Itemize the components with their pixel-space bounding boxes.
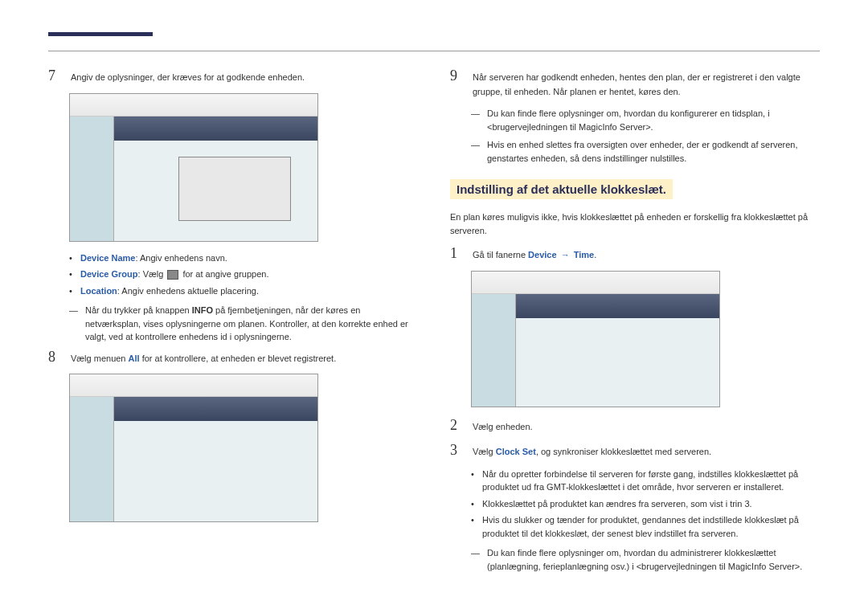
label: Device Group [80, 269, 138, 279]
bullet-dot: • [69, 251, 74, 265]
screenshot-sidebar [70, 397, 114, 521]
step-text: Vælg Clock Set, og synkroniser klokkeslæ… [473, 442, 820, 460]
screenshot-step1 [471, 271, 720, 407]
screenshot-main [516, 294, 719, 407]
step-text: Når serveren har godkendt enheden, hente… [473, 67, 820, 99]
section-intro: En plan køres muligvis ikke, hvis klokke… [450, 210, 820, 237]
screenshot-main [114, 116, 317, 241]
screenshot-step7 [69, 93, 318, 242]
screenshot-topbar [70, 94, 317, 116]
screenshot-dialog [178, 157, 291, 221]
screenshot-sidebar [472, 294, 516, 407]
step-7: 7 Angiv de oplysninger, der kræves for a… [48, 67, 418, 85]
screenshot-toolbar [516, 294, 719, 318]
right-column: 9 Når serveren har godkendt enheden, hen… [450, 67, 820, 578]
label: Location [80, 286, 117, 296]
step-2: 2 Vælg enheden. [450, 417, 820, 435]
bullet-text: Klokkeslættet på produktet kan ændres fr… [482, 497, 752, 511]
step-text: Angiv de oplysninger, der kræves for at … [71, 67, 418, 85]
screenshot-body [472, 294, 719, 407]
bullet-text: Hvis du slukker og tænder for produktet,… [482, 513, 820, 540]
step-number: 9 [450, 67, 463, 99]
bullet-text: Når du opretter forbindelse til serveren… [482, 468, 820, 494]
step-1: 1 Gå til fanerne Device → Time. [450, 245, 820, 263]
label: Device Name [80, 253, 136, 263]
note-7: ― Når du trykker på knappen INFO på fjer… [69, 304, 418, 344]
note-text: Hvis en enhed slettes fra oversigten ove… [487, 138, 820, 165]
bullet-dot: • [471, 513, 476, 540]
step-text: Vælg enheden. [473, 417, 820, 435]
bullet-list-3: • Når du opretter forbindelse til server… [471, 468, 820, 541]
bullet-dot: • [471, 468, 476, 494]
dash-icon: ― [471, 107, 481, 133]
bullet-text: Device Name: Angiv enhedens navn. [80, 251, 227, 265]
step-text: Vælg menuen All for at kontrollere, at e… [71, 349, 418, 366]
screenshot-main [114, 397, 317, 521]
group-picker-icon [167, 270, 178, 280]
bullet-dot: • [69, 268, 74, 281]
step-number: 8 [48, 349, 61, 366]
note-9b: ― Hvis en enhed slettes fra oversigten o… [471, 138, 820, 165]
dash-icon: ― [471, 138, 481, 165]
bullet-3-2: • Hvis du slukker og tænder for produkte… [471, 513, 820, 540]
screenshot-topbar [472, 272, 719, 294]
screenshot-step8 [69, 374, 318, 522]
dash-icon: ― [471, 546, 481, 573]
step-8: 8 Vælg menuen All for at kontrollere, at… [48, 349, 418, 366]
bullet-3-1: • Klokkeslættet på produktet kan ændres … [471, 497, 820, 511]
bullet-location: • Location: Angiv enhedens aktuelle plac… [69, 284, 418, 298]
screenshot-sidebar [70, 116, 114, 241]
step-number: 2 [450, 417, 463, 435]
bullet-device-group: • Device Group: Vælg for at angive grupp… [69, 268, 418, 281]
bullet-dot: • [69, 284, 74, 298]
note-text: Du kan finde flere oplysninger om, hvord… [487, 546, 820, 573]
step-number: 1 [450, 245, 463, 263]
screenshot-toolbar [114, 116, 317, 141]
note-end: ― Du kan finde flere oplysninger om, hvo… [471, 546, 820, 573]
bullet-dot: • [471, 497, 476, 511]
section-heading-wrap: Indstilling af det aktuelle klokkeslæt. [450, 170, 820, 206]
screenshot-body [70, 116, 317, 241]
note-text: Når du trykker på knappen INFO på fjernb… [85, 304, 418, 344]
dash-icon: ― [69, 304, 79, 344]
step-3: 3 Vælg Clock Set, og synkroniser klokkes… [450, 442, 820, 460]
section-heading: Indstilling af det aktuelle klokkeslæt. [450, 179, 673, 199]
step-text: Gå til fanerne Device → Time. [473, 245, 820, 263]
screenshot-body [70, 397, 317, 521]
left-column: 7 Angiv de oplysninger, der kræves for a… [48, 67, 418, 578]
bullet-text: Device Group: Vælg for at angive gruppen… [80, 268, 268, 281]
note-9a: ― Du kan finde flere oplysninger om, hvo… [471, 107, 820, 133]
content-columns: 7 Angiv de oplysninger, der kræves for a… [48, 67, 820, 578]
step-number: 7 [48, 67, 61, 85]
screenshot-topbar [70, 374, 317, 397]
bullet-text: Location: Angiv enhedens aktuelle placer… [80, 284, 259, 298]
note-text: Du kan finde flere oplysninger om, hvord… [487, 107, 820, 133]
screenshot-toolbar [114, 397, 317, 421]
step-number: 3 [450, 442, 463, 460]
bullet-device-name: • Device Name: Angiv enhedens navn. [69, 251, 418, 265]
header-rule [48, 32, 820, 51]
step-9: 9 Når serveren har godkendt enheden, hen… [450, 67, 820, 99]
bullet-3-0: • Når du opretter forbindelse til server… [471, 468, 820, 494]
bullet-list-7: • Device Name: Angiv enhedens navn. • De… [69, 251, 418, 298]
